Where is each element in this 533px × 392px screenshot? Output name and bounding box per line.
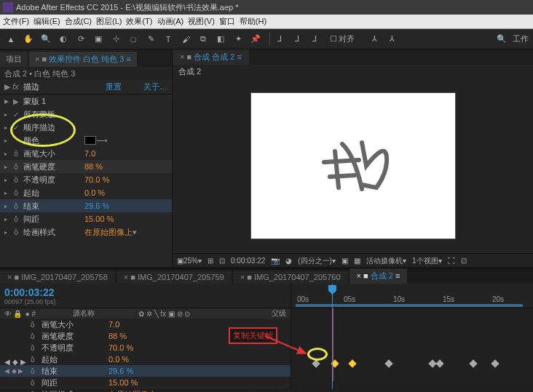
fx-prop-row[interactable]: ▸ŏ绘画样式在原始图像上 ▾ [0,225,172,239]
fx-prop-value[interactable]: 15.00 % [84,215,114,223]
stopwatch-icon[interactable]: ŏ [12,215,20,223]
timeline-prop-row[interactable]: ŏ间距15.00 % [0,377,291,388]
res-full-icon[interactable]: ⊞ [208,257,213,265]
stopwatch-icon[interactable]: ŏ [12,175,20,184]
brush-tool-icon[interactable]: 🖌 [179,33,192,46]
hand-tool-icon[interactable]: ✋ [22,33,35,46]
tl-prop-value[interactable]: 7.0 [108,320,119,329]
anchor-tool-icon[interactable]: ⊹ [109,33,122,46]
stopwatch-icon[interactable]: ŏ [12,228,20,236]
shape-tool-icon[interactable]: □ [127,33,140,46]
fx-prop-value[interactable]: 88 % [84,162,103,171]
clone-tool-icon[interactable]: ⧉ [197,33,210,46]
pen-tool-icon[interactable]: ✎ [144,33,157,46]
fx-prop-row[interactable]: ▸ŏ画笔大小7.0 [0,147,172,160]
fx-prop-value[interactable]: 70.0 % [84,175,109,184]
timecode[interactable]: 0:00:03:22 [231,257,265,265]
snap-options-icon[interactable]: ⅄ [368,33,381,46]
puppet-tool-icon[interactable]: 📌 [249,33,262,46]
stopwatch-icon[interactable]: ŏ [31,321,39,329]
menu-comp[interactable]: 合成(C) [65,16,92,27]
menu-edit[interactable]: 编辑(E) [33,16,60,27]
zoom-dropdown[interactable]: ▣ 25% ▾ [177,257,202,265]
effect-name[interactable]: 描边 [23,81,106,92]
stopwatch-icon[interactable]: ŏ [12,149,20,158]
search-icon[interactable]: 🔍 [495,33,508,46]
tl-prop-value[interactable]: 88 % [108,332,127,340]
snap-options2-icon[interactable]: ⅄ [385,33,398,46]
timeline-prop-row[interactable]: ŏ绘画样式在原始图像上 [0,388,291,392]
menu-view[interactable]: 视图(V) [188,16,215,27]
fx-prop-row[interactable]: ▸ŏ起始0.0 % [0,186,172,199]
keyframe[interactable] [435,359,443,367]
stopwatch-icon[interactable]: ŏ [12,201,20,210]
fx-prop-row[interactable]: ▸ŏ间距15.00 % [0,212,172,225]
roto-tool-icon[interactable]: ✦ [232,33,245,46]
fx-prop-row[interactable]: ▶▶蒙版 1 [0,95,172,108]
selection-tool-icon[interactable]: ▲ [4,33,17,46]
fx-prop-row[interactable]: ▸✓所有蒙版 [0,108,172,121]
axis-local-icon[interactable]: ⅃ [273,33,286,46]
stopwatch-icon[interactable]: ŏ [31,356,39,364]
timeline-track-area[interactable]: 00s 05s 10s 15s 20s [291,284,533,389]
snap-checkbox[interactable]: ☐ [330,33,337,46]
timeline-tab-2[interactable]: × ■ IMG_20170407_205760 [233,271,348,284]
stopwatch-icon[interactable]: ŏ [31,367,39,375]
zoom-tool-icon[interactable]: 🔍 [39,33,52,46]
tl-prop-value[interactable]: 15.00 % [108,378,138,387]
stopwatch-icon[interactable]: ŏ [31,344,39,352]
stopwatch-icon[interactable]: ✓ [12,110,20,119]
fx-prop-value[interactable]: 7.0 [84,149,95,158]
camera-dropdown[interactable]: 活动摄像机 ▾ [366,256,406,266]
kf-nav[interactable]: ◀ ◆ ▶ [4,367,31,375]
tab-project[interactable]: 项目 [0,52,28,67]
trans-grid-icon[interactable]: ▦ [354,257,360,265]
keyframe-nav[interactable]: ◀ ◆ ▶ [4,358,26,366]
menu-help[interactable]: 帮助(H) [240,16,266,27]
rotate-tool-icon[interactable]: ⟳ [74,33,87,46]
grid-icon[interactable]: ⊡ [219,257,225,265]
res-dropdown[interactable]: (四分之一) ▾ [298,256,336,266]
stopwatch-icon[interactable]: ✓ [12,123,20,132]
tracks[interactable] [291,308,533,381]
stopwatch-icon[interactable]: ŏ [12,188,20,197]
color-swatch[interactable] [84,136,96,145]
tl-prop-value[interactable]: 29.6 % [108,367,133,375]
canvas-area[interactable] [173,79,533,253]
type-tool-icon[interactable]: T [162,33,175,46]
keyframe[interactable] [469,359,477,367]
about-link[interactable]: 关于… [143,81,167,92]
time-ruler[interactable]: 00s 05s 10s 15s 20s [291,284,533,308]
reset-link[interactable]: 重置 [106,81,122,92]
menu-layer[interactable]: 图层(L) [96,16,122,27]
fx-prop-row[interactable]: ▸颜色 ⟶ [0,134,172,147]
tab-effect-controls[interactable]: × ■ 效果控件 白色 纯色 3 ≡ [29,52,137,67]
menu-window[interactable]: 窗口 [219,16,235,27]
fx-prop-value[interactable]: 在原始图像上 [84,227,133,238]
timeline-tab-1[interactable]: × ■ IMG_20170407_205759 [117,271,232,284]
stopwatch-icon[interactable] [12,136,20,145]
timeline-prop-row[interactable]: ŏ起始0.0 % [0,353,291,365]
roi-icon[interactable]: ▣ [341,257,348,265]
timeline-prop-row[interactable]: ◀ ◆ ▶ŏ结束29.6 % [0,365,291,377]
fx-prop-row[interactable]: ▸✓顺序描边 [0,121,172,134]
canvas[interactable] [251,93,455,239]
orbit-tool-icon[interactable]: ◐ [57,33,70,46]
exp-icon[interactable]: ⛶ [448,257,455,265]
views-dropdown[interactable]: 1个视图 ▾ [412,256,442,266]
eraser-tool-icon[interactable]: ◧ [214,33,227,46]
fx-prop-value[interactable]: 0.0 % [84,188,105,197]
lock-col-icon[interactable]: 🔒 [13,310,22,318]
exp2-icon[interactable]: ⊡ [461,257,467,265]
stopwatch-icon[interactable]: ▶ [12,97,20,105]
tl-prop-value[interactable]: 在原始图像上 [108,389,157,393]
eye-col-icon[interactable]: 👁 [4,310,12,318]
menu-file[interactable]: 文件(F) [3,16,29,27]
tl-prop-value[interactable]: 70.0 % [108,343,133,352]
timeline-tab-active[interactable]: × ■ 合成 2 ≡ [350,268,408,284]
menu-anim[interactable]: 动画(A) [157,16,184,27]
fx-prop-value[interactable]: 29.6 % [84,201,109,210]
fx-prop-row[interactable]: ▸ŏ结束29.6 % [0,199,172,212]
keyframe[interactable] [312,359,320,367]
timeline-tab-0[interactable]: × ■ IMG_20170407_205758 [0,271,115,284]
